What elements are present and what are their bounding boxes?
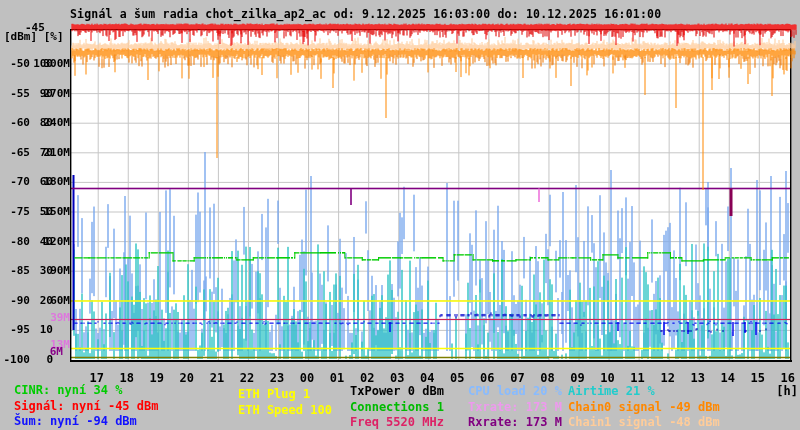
xtick-hour: 13: [685, 372, 711, 384]
legend-item: ETH Plug 1: [238, 387, 310, 401]
chart-title: Signál a šum radia chot_zilka_ap2_ac od:…: [70, 7, 661, 21]
legend-item: CPU load 20 %: [468, 384, 562, 398]
xtick-hour: 15: [745, 372, 771, 384]
xtick-hour: 06: [474, 372, 500, 384]
xtick-hour: 14: [715, 372, 741, 384]
ytick-dbm: -65: [0, 147, 30, 159]
xtick-hour: 21: [204, 372, 230, 384]
ytick-dbm: -100: [0, 354, 30, 366]
ytick-dbm: -50: [0, 58, 30, 70]
legend-item: Signál: nyní -45 dBm: [14, 399, 159, 413]
xtick-hour: 11: [625, 372, 651, 384]
ytick-rate: 210M: [40, 147, 70, 159]
ytick-rate: 300M: [40, 58, 70, 70]
xtick-hour: 23: [264, 372, 290, 384]
legend-item: CINR: nyní 34 %: [14, 383, 122, 397]
ytick-dbm: -75: [0, 206, 30, 218]
chart-canvas: [0, 0, 800, 430]
x-axis-unit-label: [h]: [772, 384, 798, 398]
ytick-rate-marker: 6M: [33, 346, 63, 358]
ytick-dbm: -60: [0, 117, 30, 129]
legend-item: Šum: nyní -94 dBm: [14, 414, 137, 428]
xtick-hour: 16: [775, 372, 800, 384]
xtick-hour: 08: [534, 372, 560, 384]
xtick-hour: 07: [504, 372, 530, 384]
xtick-hour: 09: [565, 372, 591, 384]
legend-item: Txrate: 173 M: [468, 400, 562, 414]
ytick-dbm: -55: [0, 88, 30, 100]
y-axis-unit-label: [dBm] [%]: [4, 30, 64, 43]
ytick-dbm: -90: [0, 295, 30, 307]
xtick-hour: 20: [174, 372, 200, 384]
legend-item: Rxrate: 173 M: [468, 415, 562, 429]
ytick-dbm: -85: [0, 265, 30, 277]
ytick-dbm: -95: [0, 324, 30, 336]
ytick-rate: 150M: [40, 206, 70, 218]
xtick-hour: 03: [384, 372, 410, 384]
ytick-rate: 180M: [40, 176, 70, 188]
xtick-hour: 04: [414, 372, 440, 384]
legend-item: Connections 1: [350, 400, 444, 414]
legend-item: Freq 5520 MHz: [350, 415, 444, 429]
legend-item: Airtime 21 %: [568, 384, 655, 398]
radio-signal-noise-graph: Signál a šum radia chot_zilka_ap2_ac od:…: [0, 0, 800, 430]
legend-item: Chain1 signal -48 dBm: [568, 415, 720, 429]
ytick-percent: 10: [30, 324, 53, 336]
legend-item: ETH Speed 100: [238, 403, 332, 417]
xtick-hour: 00: [294, 372, 320, 384]
ytick-dbm: -70: [0, 176, 30, 188]
ytick-dbm: -80: [0, 236, 30, 248]
ytick-rate: 270M: [40, 88, 70, 100]
xtick-hour: 01: [324, 372, 350, 384]
xtick-hour: 19: [144, 372, 170, 384]
xtick-hour: 22: [234, 372, 260, 384]
xtick-hour: 12: [655, 372, 681, 384]
ytick-rate: 120M: [40, 236, 70, 248]
ytick-rate: 60M: [40, 295, 70, 307]
xtick-hour: 10: [595, 372, 621, 384]
legend-item: TxPower 0 dBm: [350, 384, 444, 398]
legend-item: Chain0 signal -49 dBm: [568, 400, 720, 414]
ytick-rate: 90M: [40, 265, 70, 277]
xtick-hour: 05: [444, 372, 470, 384]
xtick-hour: 02: [354, 372, 380, 384]
ytick-rate-marker: 39M: [40, 312, 70, 324]
ytick-rate: 240M: [40, 117, 70, 129]
